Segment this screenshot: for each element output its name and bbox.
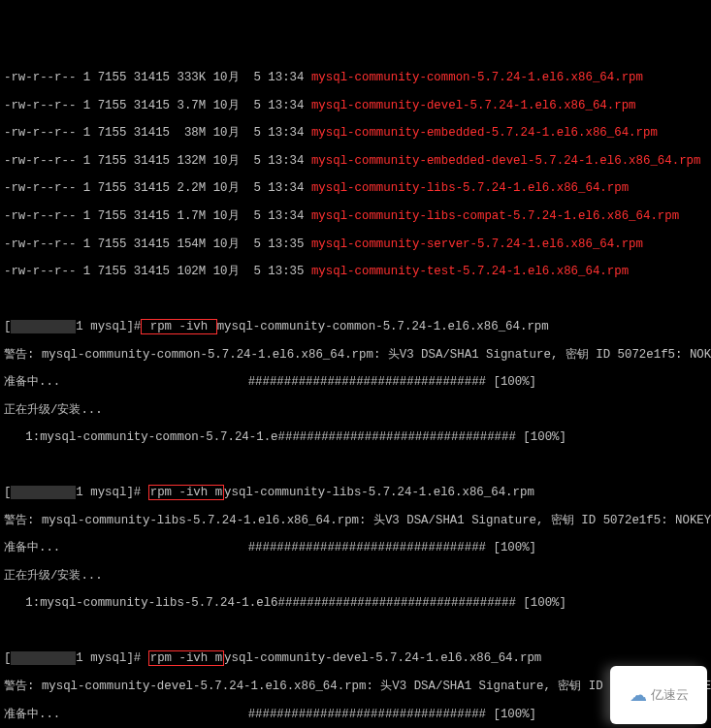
rpm-filename: mysql-community-libs-5.7.24-1.el6.x86_64… (311, 181, 629, 195)
ls-row: -rw-r--r-- 1 7155 31415 102M 10月 5 13:35… (4, 265, 707, 278)
out-preparing: 准备中... #################################… (4, 541, 707, 554)
out-preparing: 准备中... #################################… (4, 708, 707, 721)
out-warn: 警告: mysql-community-common-5.7.24-1.el6.… (4, 348, 707, 362)
out-preparing: 准备中... #################################… (4, 375, 707, 389)
out-upgrading: 正在升级/安装... (4, 403, 707, 417)
prompt-line[interactable]: [ 1 mysql]# rpm -ivh mysql-community-lib… (4, 486, 707, 499)
prompt-line[interactable]: [ 1 mysql]# rpm -ivh mysql-community-com… (4, 320, 707, 333)
cmd-rpm-common: rpm -ivh (141, 319, 216, 334)
rpm-filename: mysql-community-server-5.7.24-1.el6.x86_… (311, 237, 643, 251)
cloud-icon: ☁ (630, 685, 647, 706)
out-upgrading: 正在升级/安装... (4, 569, 707, 583)
cmd-rpm-devel: rpm -ivh m (148, 650, 224, 666)
ls-row: -rw-r--r-- 1 7155 31415 132M 10月 5 13:34… (4, 154, 707, 168)
out-warn: 警告: mysql-community-devel-5.7.24-1.el6.x… (4, 680, 707, 693)
prompt-line[interactable]: [ 1 mysql]# rpm -ivh mysql-community-dev… (4, 651, 707, 665)
out-warn: 警告: mysql-community-libs-5.7.24-1.el6.x8… (4, 514, 707, 527)
ls-row: -rw-r--r-- 1 7155 31415 154M 10月 5 13:35… (4, 237, 707, 251)
rpm-filename: mysql-community-devel-5.7.24-1.el6.x86_6… (311, 99, 636, 112)
rpm-filename: mysql-community-embedded-5.7.24-1.el6.x8… (311, 126, 658, 140)
ls-row: -rw-r--r-- 1 7155 31415 38M 10月 5 13:34 … (4, 126, 707, 140)
watermark-badge: ☁ 亿速云 (610, 666, 707, 724)
cmd-rpm-libs: rpm -ivh m (148, 485, 224, 500)
ls-row: -rw-r--r-- 1 7155 31415 2.2M 10月 5 13:34… (4, 181, 707, 195)
watermark-text: 亿速云 (651, 688, 689, 703)
rpm-filename: mysql-community-test-5.7.24-1.el6.x86_64… (311, 265, 629, 278)
out-progress: 1:mysql-community-common-5.7.24-1.e#####… (4, 430, 707, 444)
ls-row: -rw-r--r-- 1 7155 31415 333K 10月 5 13:34… (4, 71, 707, 84)
ls-row: -rw-r--r-- 1 7155 31415 3.7M 10月 5 13:34… (4, 99, 707, 112)
rpm-filename: mysql-community-embedded-devel-5.7.24-1.… (311, 154, 701, 168)
out-progress: 1:mysql-community-libs-5.7.24-1.el6#####… (4, 596, 707, 610)
rpm-filename: mysql-community-common-5.7.24-1.el6.x86_… (311, 71, 643, 84)
ls-row: -rw-r--r-- 1 7155 31415 1.7M 10月 5 13:34… (4, 209, 707, 223)
rpm-filename: mysql-community-libs-compat-5.7.24-1.el6… (311, 209, 679, 223)
